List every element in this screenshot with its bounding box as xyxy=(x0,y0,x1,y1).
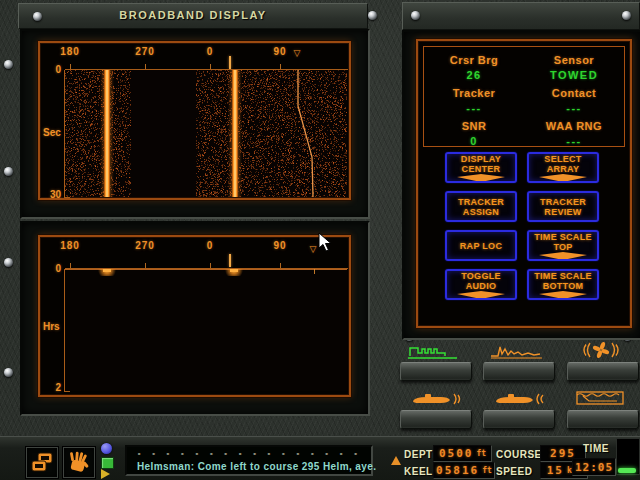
depth-readout: 0500ft xyxy=(433,445,492,462)
time-readout: 12:05 xyxy=(572,458,616,476)
field-value: 0 xyxy=(424,135,524,147)
chevron-icon xyxy=(457,291,505,298)
bearing-label: 180 xyxy=(60,240,80,251)
depth-unit: ft xyxy=(476,449,486,458)
green-status-indicator xyxy=(101,457,114,469)
broadband-waterfall-top[interactable] xyxy=(65,70,347,197)
bearing-label: 0 xyxy=(207,46,214,57)
broadband-level-icon xyxy=(405,340,463,360)
screw-icon xyxy=(368,11,377,20)
button-label: TOGGLE xyxy=(461,271,501,281)
bearing-label: 0 xyxy=(207,240,214,251)
bearing-label: 270 xyxy=(135,240,155,251)
array-heading-marker-icon: ▽ xyxy=(310,244,317,254)
button-label: SELECT xyxy=(544,154,581,164)
chevron-icon xyxy=(539,291,587,298)
button-label: DISPLAY xyxy=(461,154,501,164)
field-label: Contact xyxy=(524,87,624,99)
button-label: TRACKER xyxy=(458,197,504,207)
sonar-button-grid: DISPLAY CENTER SELECT ARRAY TRACKER ASSI… xyxy=(445,152,599,300)
button-label: TIME SCALE xyxy=(534,232,592,242)
time-unit-label: Sec xyxy=(43,127,61,138)
display-center-button[interactable]: DISPLAY CENTER xyxy=(445,152,517,183)
screw-icon xyxy=(4,167,13,176)
keel-readout: 05816ft xyxy=(433,462,495,479)
info-field: Tracker --- xyxy=(424,87,524,120)
button-label: TOP xyxy=(553,242,572,252)
select-array-button[interactable]: SELECT ARRAY xyxy=(527,152,599,183)
alert-triangle-icon[interactable] xyxy=(391,456,401,465)
green-led-bar xyxy=(618,468,636,473)
time-axis-foot xyxy=(64,391,70,392)
tracker-assign-button[interactable]: TRACKER ASSIGN xyxy=(445,191,517,222)
button-label: ARRAY xyxy=(547,164,580,174)
button-label: ASSIGN xyxy=(463,207,499,217)
orders-button[interactable] xyxy=(63,447,95,478)
time-scale-bottom-button[interactable]: TIME SCALE BOTTOM xyxy=(527,269,599,300)
array-heading-marker-icon: ▽ xyxy=(294,48,301,58)
towed-array-key[interactable] xyxy=(567,410,639,429)
screw-icon xyxy=(33,12,42,21)
button-label: TIME SCALE xyxy=(534,271,592,281)
tracker-review-button[interactable]: TRACKER REVIEW xyxy=(527,191,599,222)
button-label: AUDIO xyxy=(466,281,497,291)
chevron-icon xyxy=(539,252,587,259)
field-value: --- xyxy=(524,135,624,147)
keel-value: 05816 xyxy=(436,464,479,477)
message-text: Helmsman: Come left to course 295 Helm, … xyxy=(137,461,361,472)
time-unit-label: Hrs xyxy=(43,321,60,332)
cursor-bearing-tick xyxy=(229,56,231,69)
button-label: REVIEW xyxy=(544,207,581,217)
time-axis-foot xyxy=(64,197,70,198)
speed-label: SPEED xyxy=(496,466,532,477)
rap-loc-button[interactable]: RAP LOC xyxy=(445,230,517,261)
chevron-icon xyxy=(539,174,587,181)
button-label: BOTTOM xyxy=(543,281,584,291)
chevron-icon xyxy=(457,174,505,181)
ownship-noise-icon xyxy=(405,388,463,408)
cursor-bearing-tick xyxy=(229,254,231,267)
field-label: Tracker xyxy=(424,87,524,99)
field-label: SNR xyxy=(424,120,524,132)
toggle-audio-button[interactable]: TOGGLE AUDIO xyxy=(445,269,517,300)
right-top-plate xyxy=(402,2,640,30)
field-value: TOWED xyxy=(524,69,624,81)
field-label: Crsr Brg xyxy=(424,54,524,66)
keel-unit: ft xyxy=(482,466,492,475)
speed-value: 15 xyxy=(547,464,564,477)
time-end-label: 30 xyxy=(44,189,61,200)
field-value: --- xyxy=(524,102,624,114)
keel-label: KEEL xyxy=(404,466,433,477)
towed-array-icon xyxy=(572,388,630,408)
screw-icon xyxy=(4,368,13,377)
bearing-label: 270 xyxy=(135,46,155,57)
broadband-audio-key[interactable] xyxy=(400,362,472,381)
field-value: --- xyxy=(424,102,524,114)
screw-icon xyxy=(4,258,13,267)
propeller-audio-key[interactable] xyxy=(567,362,639,381)
waterfall-top-display: 180 270 0 90 ▽ 0 Sec 30 xyxy=(38,41,351,200)
field-label: Sensor xyxy=(524,54,624,66)
bearing-label: 90 xyxy=(273,240,286,251)
waterfall-bottom-display: 180 270 0 90 ▽ 0 Hrs 2 xyxy=(38,235,351,397)
broadband-waterfall-bottom[interactable] xyxy=(65,269,347,391)
time-label: TIME xyxy=(583,443,609,454)
bearing-label: 90 xyxy=(273,46,286,57)
windows-icon xyxy=(29,451,55,475)
depth-value: 0500 xyxy=(439,447,474,460)
play-triangle-indicator xyxy=(101,469,110,479)
narrowband-audio-key[interactable] xyxy=(483,362,555,381)
message-log[interactable]: - - - - - - - - - - - - - - - - Helmsman… xyxy=(125,445,373,476)
sonar-control-display: Crsr Brg 26 Sensor TOWED Tracker --- Con… xyxy=(416,39,632,328)
screw-icon xyxy=(4,60,13,69)
button-label: CENTER xyxy=(462,164,501,174)
ownship-audio-key[interactable] xyxy=(400,410,472,429)
info-field: Contact --- xyxy=(524,87,624,120)
info-field: SNR 0 xyxy=(424,120,524,153)
stations-button[interactable] xyxy=(26,447,58,478)
blue-status-indicator xyxy=(101,443,112,454)
time-scale-top-button[interactable]: TIME SCALE TOP xyxy=(527,230,599,261)
broadband-sonar-station: BROADBAND DISPLAY 180 270 0 90 ▽ 0 Sec 3… xyxy=(0,0,640,480)
contact-info-panel: Crsr Brg 26 Sensor TOWED Tracker --- Con… xyxy=(423,46,625,147)
ownship-echo-key[interactable] xyxy=(483,410,555,429)
